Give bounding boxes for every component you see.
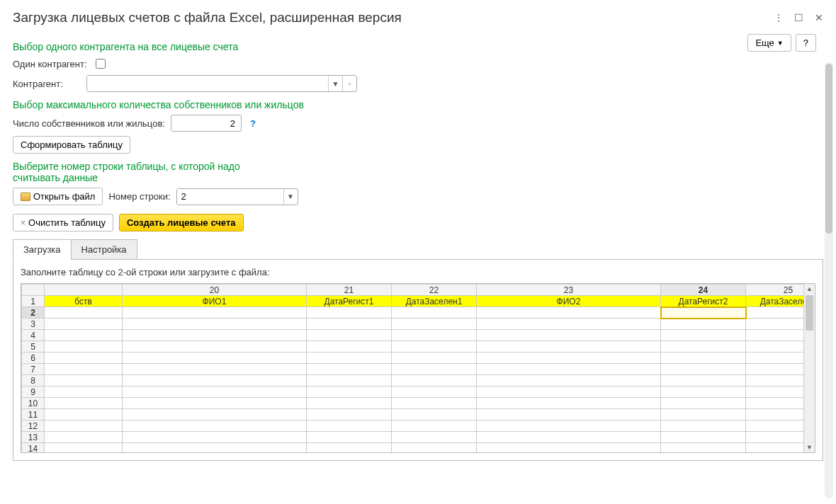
grid-row-header[interactable]: 4 [22,330,45,341]
grid-cell[interactable] [45,443,123,453]
grid-cell[interactable] [746,386,804,398]
grid-cell[interactable] [123,420,307,432]
grid-cell[interactable] [307,375,392,386]
grid-field-header[interactable]: бств [45,296,123,307]
grid-row-header[interactable]: 5 [22,341,45,353]
page-scroll-thumb[interactable] [825,64,832,234]
grid-cell[interactable] [307,364,392,375]
grid-cell[interactable] [661,443,746,453]
grid-row-header[interactable]: 8 [22,375,45,386]
grid-cell[interactable] [123,330,307,341]
grid-cell[interactable] [307,409,392,420]
grid-cell[interactable] [661,307,746,319]
grid-row-header[interactable]: 3 [22,319,45,330]
grid-cell[interactable] [661,375,746,386]
grid-cell[interactable] [45,386,123,398]
grid-cell[interactable] [307,398,392,409]
grid-cell[interactable] [392,364,477,375]
grid-field-header[interactable]: ДатаЗаселен1 [392,296,477,307]
grid-cell[interactable] [123,443,307,453]
grid-col-header[interactable]: 25 [746,285,804,296]
grid-cell[interactable] [307,330,392,341]
grid-cell[interactable] [746,353,804,364]
grid-cell[interactable] [746,375,804,386]
form-table-button[interactable]: Сформировать таблицу [13,136,130,154]
chevron-down-icon[interactable]: ▼ [328,76,342,91]
grid-cell[interactable] [307,353,392,364]
grid-cell[interactable] [746,319,804,330]
grid-row-header[interactable]: 14 [22,443,45,453]
grid-cell[interactable] [477,307,661,319]
grid-col-header[interactable]: 20 [123,285,307,296]
grid-cell[interactable] [123,398,307,409]
help-icon[interactable]: ? [250,118,256,129]
grid-cell[interactable] [661,420,746,432]
spreadsheet[interactable]: 2021222324251бствФИО1ДатаРегист1ДатаЗасе… [21,283,815,453]
grid-cell[interactable] [307,319,392,330]
grid-row-header[interactable]: 11 [22,409,45,420]
grid-field-header[interactable]: ФИО1 [123,296,307,307]
counterparty-combo[interactable]: ▼ ▫ [86,75,357,92]
grid-cell[interactable] [123,409,307,420]
grid-cell[interactable] [45,341,123,353]
chevron-down-icon[interactable]: ▼ [283,189,298,205]
grid-field-header[interactable]: ДатаРегист2 [661,296,746,307]
open-dialog-icon[interactable]: ▫ [342,76,356,91]
kebab-menu-icon[interactable]: ⋮ [774,12,783,23]
tab-settings[interactable]: Настройка [71,239,137,260]
grid-cell[interactable] [392,398,477,409]
grid-cell[interactable] [307,307,392,319]
grid-field-header[interactable]: ДатаРегист1 [307,296,392,307]
one-counterparty-checkbox[interactable] [96,59,106,69]
owner-count-input[interactable] [171,115,242,132]
grid-col-header[interactable] [45,285,123,296]
grid-cell[interactable] [307,341,392,353]
page-scrollbar[interactable] [825,62,833,498]
grid-cell[interactable] [123,319,307,330]
scroll-thumb[interactable] [806,295,813,331]
tab-load[interactable]: Загрузка [13,239,72,260]
grid-cell[interactable] [477,409,661,420]
grid-cell[interactable] [45,398,123,409]
grid-cell[interactable] [123,364,307,375]
grid-cell[interactable] [477,330,661,341]
grid-cell[interactable] [307,443,392,453]
open-file-button[interactable]: Открыть файл [13,188,103,205]
grid-cell[interactable] [746,364,804,375]
grid-cell[interactable] [45,307,123,319]
grid-col-header[interactable]: 22 [392,285,477,296]
grid-row-header[interactable]: 7 [22,364,45,375]
grid-cell[interactable] [477,443,661,453]
grid-cell[interactable] [477,353,661,364]
grid-cell[interactable] [661,432,746,443]
grid-cell[interactable] [661,398,746,409]
grid-row-header[interactable]: 9 [22,386,45,398]
grid-cell[interactable] [123,375,307,386]
row-number-input[interactable] [177,189,283,205]
grid-cell[interactable] [123,432,307,443]
grid-cell[interactable] [661,330,746,341]
grid-cell[interactable] [392,353,477,364]
grid-cell[interactable] [45,330,123,341]
grid-cell[interactable] [392,319,477,330]
grid-row-header[interactable]: 12 [22,420,45,432]
clear-table-button[interactable]: × Очистить таблицу [13,214,113,231]
grid-cell[interactable] [45,364,123,375]
grid-cell[interactable] [661,386,746,398]
grid-cell[interactable] [746,409,804,420]
scroll-up-icon[interactable]: ▲ [804,284,815,294]
grid-cell[interactable] [45,409,123,420]
grid-cell[interactable] [746,420,804,432]
create-accounts-button[interactable]: Создать лицевые счета [119,214,244,231]
grid-cell[interactable] [123,386,307,398]
grid-col-header[interactable]: 23 [477,285,661,296]
grid-cell[interactable] [392,386,477,398]
grid-cell[interactable] [477,386,661,398]
grid-cell[interactable] [45,432,123,443]
grid-cell[interactable] [661,409,746,420]
grid-cell[interactable] [746,307,804,319]
counterparty-input[interactable] [87,76,328,91]
grid-cell[interactable] [45,353,123,364]
grid-cell[interactable] [45,375,123,386]
help-button[interactable]: ? [796,34,816,52]
